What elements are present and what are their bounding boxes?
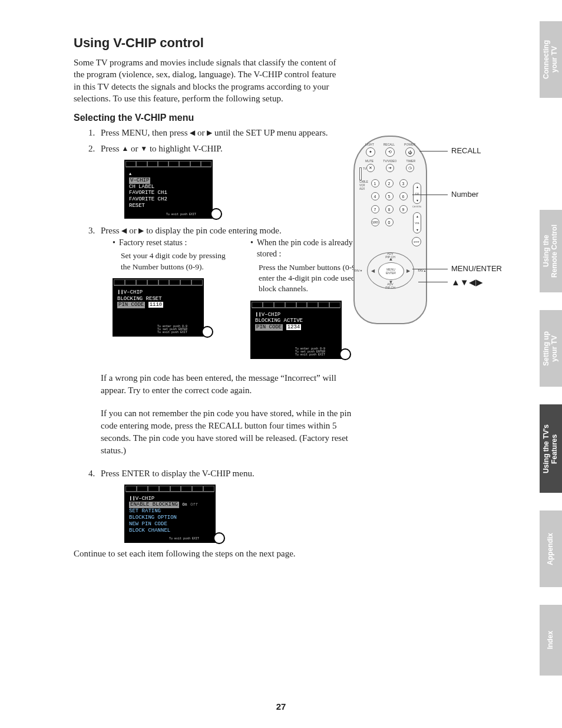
tv-video-button: ➔: [386, 164, 394, 172]
forgot-pin-paragraph: If you can not remember the pin code you…: [101, 407, 360, 457]
tab-index: Index: [540, 605, 562, 676]
channel-rocker: ▴CH▾: [413, 183, 421, 204]
tab-features: Using the TV's Features: [540, 404, 562, 493]
triangle-up-icon: ▲: [121, 144, 128, 154]
page-title: Using V-CHIP control: [74, 35, 427, 51]
factory-reset-col: •Factory reset status : Set your 4 digit…: [113, 237, 236, 365]
dpad: ADV PIP CH MENU ENTER ▲ ▼ ◀ ▶ ADV PIP CH…: [364, 252, 417, 294]
triangle-left-icon: ◀: [190, 128, 195, 138]
light-button: ✦: [366, 147, 375, 157]
remote-diagram: LIGHTRECALLPOWER ✦ ⟲ ⏻ MUTETV/VIDEOTIMER…: [342, 136, 507, 324]
controller-icon: ◉: [213, 532, 225, 544]
tab-setting-up: Setting up your TV: [540, 310, 562, 387]
timer-button: ◷: [406, 164, 414, 172]
recall-button: ⟲: [385, 147, 395, 157]
power-button: ⏻: [405, 147, 415, 157]
mode-switch: TVCABLEVCRAUX: [359, 167, 368, 191]
controller-icon: ◉: [210, 208, 222, 220]
tab-remote: Using the Remote Control: [540, 210, 562, 292]
osd-vchip-menu: ❙❙V–CHIP ENABLE BLOCKING On Off SET RATI…: [124, 485, 216, 543]
wrong-pin-paragraph: If a wrong pin code has been entered, th…: [101, 372, 360, 397]
section-heading: Selecting the V-CHIP menu: [74, 113, 427, 123]
tab-connecting: Connecting your TV: [540, 21, 562, 98]
callout-number: Number: [451, 190, 478, 199]
controller-icon: ◉: [201, 326, 213, 338]
ent-button: ENT: [412, 237, 421, 246]
step-4: Press ENTER to display the V-CHIP menu. …: [97, 467, 427, 543]
volume-rocker: ▴VOL▾: [413, 212, 421, 233]
tab-appendix: Appendix: [540, 510, 562, 587]
page-number: 27: [0, 701, 562, 711]
side-tabs: Introduction Connecting your TV Using th…: [540, 21, 562, 705]
callout-recall: RECALL: [451, 146, 481, 155]
callout-menu-enter: MENU/ENTER: [451, 264, 502, 273]
osd-setup-menu: ▲ V–CHIP CH LABEL FAVORITE CH1 FAVORITE …: [124, 160, 213, 219]
controller-icon: ◉: [339, 348, 351, 360]
osd-pin-reset: ❙❙V–CHIP BLOCKING RESET PIN CODE 1110 To…: [113, 278, 204, 337]
intro-paragraph: Some TV programs and movies include sign…: [74, 57, 345, 104]
osd-pin-active: ❙❙V–CHIP BLOCKING ACTIVE PIN CODE 1234 T…: [250, 301, 342, 359]
continue-paragraph: Continue to set each item following the …: [74, 549, 427, 559]
callout-arrows: ▲▼◀▶: [451, 277, 483, 288]
triangle-right-icon: ▶: [207, 128, 212, 138]
triangle-down-icon: ▼: [140, 144, 147, 154]
